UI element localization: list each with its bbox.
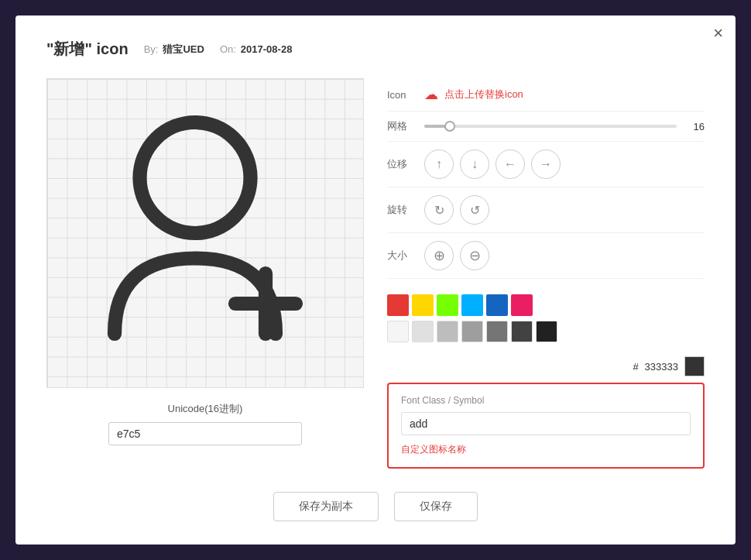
grid-slider[interactable] — [424, 125, 677, 128]
color-swatch[interactable] — [412, 294, 434, 316]
grid-slider-thumb — [444, 121, 455, 132]
modal-body: Unicode(16进制) Icon ☁ 点击上传替换icon 网格 — [46, 78, 705, 469]
on-value: 2017-08-28 — [241, 43, 293, 55]
direction-buttons: ↑ ↓ ← → — [424, 149, 561, 179]
size-label: 大小 — [387, 249, 415, 263]
move-down-button[interactable]: ↓ — [460, 149, 489, 179]
color-value-row: # 333333 — [387, 356, 705, 376]
save-only-button[interactable]: 仅保存 — [394, 492, 478, 521]
modal-overlay: × "新增" icon By: 猎宝UED On: 2017-08-28 — [0, 0, 751, 560]
modal-header: "新增" icon By: 猎宝UED On: 2017-08-28 — [46, 39, 705, 60]
move-row: 位移 ↑ ↓ ← → — [387, 142, 705, 187]
modal-meta-by: By: 猎宝UED — [144, 43, 204, 57]
modal-title: "新增" icon — [46, 39, 129, 60]
close-button[interactable]: × — [713, 25, 723, 42]
upload-cloud-icon: ☁ — [424, 86, 438, 103]
zoom-in-button[interactable]: ⊕ — [424, 241, 454, 270]
move-right-button[interactable]: → — [531, 149, 561, 179]
grid-value: 16 — [686, 121, 705, 132]
save-copy-button[interactable]: 保存为副本 — [273, 492, 379, 521]
icon-preview — [46, 78, 364, 388]
size-buttons: ⊕ ⊖ — [424, 241, 489, 270]
custom-name-link[interactable]: 自定义图标名称 — [401, 443, 691, 456]
modal-dialog: × "新增" icon By: 猎宝UED On: 2017-08-28 — [15, 15, 736, 545]
color-palette-bright — [387, 294, 705, 316]
rotate-label: 旋转 — [387, 203, 415, 217]
by-value: 猎宝UED — [163, 43, 204, 57]
modal-footer: 保存为副本 仅保存 — [46, 492, 705, 521]
modal-meta-on: On: 2017-08-28 — [220, 43, 292, 55]
grid-label: 网格 — [387, 119, 415, 133]
move-left-button[interactable]: ← — [496, 149, 525, 179]
gray-swatch[interactable] — [437, 321, 458, 342]
icon-svg — [105, 101, 306, 365]
color-hex-value: 333333 — [645, 361, 678, 373]
font-class-section: Font Class / Symbol 自定义图标名称 — [387, 383, 705, 469]
gray-swatch[interactable] — [412, 321, 434, 342]
move-up-button[interactable]: ↑ — [424, 149, 454, 179]
svg-point-0 — [140, 122, 251, 233]
rotate-row: 旋转 ↻ ↺ — [387, 187, 705, 233]
on-label: On: — [220, 43, 236, 55]
color-swatch[interactable] — [387, 294, 409, 316]
gray-swatch[interactable] — [511, 321, 533, 342]
gray-swatch[interactable] — [486, 321, 508, 342]
size-row: 大小 ⊕ ⊖ — [387, 233, 705, 279]
color-preview-box[interactable] — [684, 356, 705, 376]
by-label: By: — [144, 43, 159, 55]
controls-area: Icon ☁ 点击上传替换icon 网格 16 — [387, 78, 705, 469]
move-label: 位移 — [387, 157, 415, 171]
color-palette-gray — [387, 321, 705, 342]
rotate-cw-button[interactable]: ↻ — [424, 195, 454, 225]
unicode-label: Unicode(16进制) — [46, 402, 364, 416]
color-swatch[interactable] — [511, 294, 533, 316]
unicode-input[interactable] — [108, 422, 302, 445]
color-hash: # — [633, 361, 638, 373]
gray-swatch[interactable] — [387, 321, 409, 342]
gray-swatch[interactable] — [536, 321, 557, 342]
color-swatch[interactable] — [486, 294, 508, 316]
rotate-ccw-button[interactable]: ↺ — [460, 195, 489, 225]
font-class-input[interactable] — [401, 412, 691, 435]
icon-upload-row: Icon ☁ 点击上传替换icon — [387, 78, 705, 112]
icon-upload-btn[interactable]: ☁ 点击上传替换icon — [424, 86, 523, 103]
rotate-buttons: ↻ ↺ — [424, 195, 489, 225]
gray-swatch[interactable] — [461, 321, 483, 342]
grid-row: 网格 16 — [387, 112, 705, 142]
color-palettes — [387, 279, 705, 350]
font-class-title: Font Class / Symbol — [401, 395, 691, 406]
color-swatch[interactable] — [461, 294, 483, 316]
upload-text: 点击上传替换icon — [444, 88, 523, 101]
canvas-area: Unicode(16进制) — [46, 78, 364, 469]
icon-label: Icon — [387, 89, 415, 101]
zoom-out-button[interactable]: ⊖ — [460, 241, 489, 270]
color-swatch[interactable] — [437, 294, 458, 316]
